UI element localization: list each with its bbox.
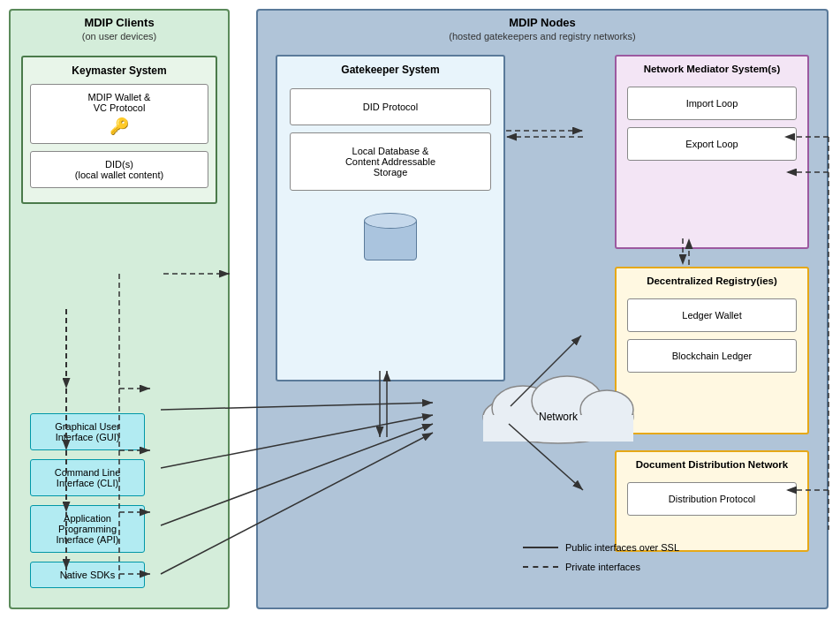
interface-boxes: Graphical UserInterface (GUI) Command Li… bbox=[30, 413, 145, 597]
solid-line-icon bbox=[523, 547, 558, 548]
import-loop-box: Import Loop bbox=[627, 87, 797, 120]
did-protocol-box: DID Protocol bbox=[290, 88, 491, 125]
diagram-container: MDIP Clients (on user devices) Keymaster… bbox=[0, 0, 840, 619]
mdip-nodes-subtitle: (hosted gatekeepers and registry network… bbox=[258, 31, 827, 47]
db-cylinder bbox=[364, 205, 417, 260]
wallet-box: MDIP Wallet &VC Protocol 🔑 bbox=[30, 84, 208, 144]
network-mediator-title: Network Mediator System(s) bbox=[617, 57, 807, 79]
gatekeeper-title: Gatekeeper System bbox=[277, 57, 503, 81]
cli-box: Command LineInterface (CLI) bbox=[30, 459, 145, 496]
local-db-box: Local Database &Content AddressableStora… bbox=[290, 132, 491, 191]
legend-solid-label: Public interfaces over SSL bbox=[565, 542, 679, 553]
api-box: ApplicationProgrammingInterface (API) bbox=[30, 505, 145, 553]
network-label: Network bbox=[539, 411, 579, 423]
mdip-clients-title: MDIP Clients bbox=[11, 11, 228, 31]
keymaster-title: Keymaster System bbox=[30, 64, 208, 77]
legend-solid: Public interfaces over SSL bbox=[523, 542, 679, 553]
sdk-box: Native SDKs bbox=[30, 562, 145, 588]
cloud-shape bbox=[483, 376, 633, 443]
blockchain-box: Blockchain Ledger bbox=[627, 339, 797, 373]
db-cylinder-top bbox=[364, 213, 417, 229]
network-cloud: Network bbox=[470, 355, 647, 452]
gatekeeper-system: Gatekeeper System DID Protocol Local Dat… bbox=[276, 55, 505, 381]
did-box: DID(s)(local wallet content) bbox=[30, 151, 208, 188]
key-icon: 🔑 bbox=[38, 117, 201, 136]
gui-box: Graphical UserInterface (GUI) bbox=[30, 413, 145, 450]
registry-title: Decentralized Registry(ies) bbox=[617, 268, 807, 291]
mdip-clients-subtitle: (on user devices) bbox=[11, 31, 228, 49]
mdip-nodes-panel: MDIP Nodes (hosted gatekeepers and regis… bbox=[256, 9, 829, 609]
keymaster-system: Keymaster System MDIP Wallet &VC Protoco… bbox=[21, 56, 217, 204]
legend-dashed: Private interfaces bbox=[523, 562, 679, 572]
dashed-line-icon bbox=[523, 566, 558, 568]
network-mediator: Network Mediator System(s) Import Loop E… bbox=[615, 55, 809, 249]
distribution-protocol-box: Distribution Protocol bbox=[627, 482, 797, 516]
doc-distribution: Document Distribution Network Distributi… bbox=[615, 450, 809, 552]
legend-dashed-label: Private interfaces bbox=[565, 562, 640, 572]
mdip-clients-panel: MDIP Clients (on user devices) Keymaster… bbox=[9, 9, 230, 609]
doc-distribution-title: Document Distribution Network bbox=[617, 452, 807, 475]
export-loop-box: Export Loop bbox=[627, 127, 797, 161]
mdip-nodes-title: MDIP Nodes bbox=[258, 11, 827, 31]
legend: Public interfaces over SSL Private inter… bbox=[523, 542, 679, 581]
ledger-wallet-box: Ledger Wallet bbox=[627, 298, 797, 332]
